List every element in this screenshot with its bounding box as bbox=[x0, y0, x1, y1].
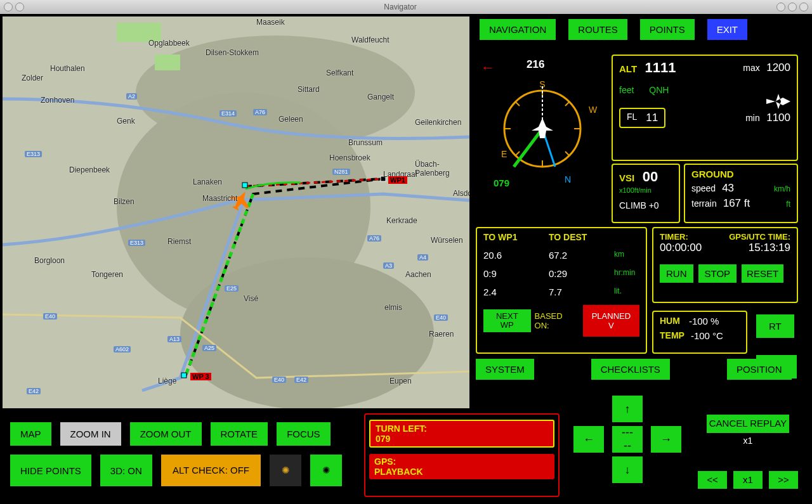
brightness-down-button[interactable]: ✺ bbox=[270, 455, 301, 486]
city-label: Selfkant bbox=[326, 68, 353, 77]
window-close-icon[interactable] bbox=[4, 3, 13, 11]
city-label: Eupen bbox=[390, 377, 412, 385]
wp-dist: 20.6 bbox=[483, 250, 549, 261]
city-label: Gangelt bbox=[367, 93, 394, 101]
timer-label: TIMER: bbox=[660, 232, 688, 242]
map-button[interactable]: MAP bbox=[10, 422, 51, 446]
road-label: A13 bbox=[167, 336, 181, 342]
road-label: A76 bbox=[367, 235, 381, 242]
rotate-button[interactable]: ROTATE bbox=[211, 422, 268, 446]
city-label: Sittard bbox=[298, 85, 320, 94]
position-button[interactable]: POSITION bbox=[727, 359, 792, 380]
window-title: Navigator bbox=[25, 3, 775, 11]
dest-time: 0:29 bbox=[549, 268, 614, 279]
replay-forward-button[interactable]: >> bbox=[769, 471, 798, 489]
city-label: Houthalen bbox=[50, 64, 85, 73]
vsi-unit: x100ft/min bbox=[619, 186, 672, 194]
city-label: Alsdorf bbox=[453, 189, 469, 198]
road-label: E40 bbox=[434, 314, 448, 321]
svg-text:W: W bbox=[589, 105, 598, 115]
svg-line-17 bbox=[565, 152, 570, 156]
map-view[interactable]: Maaseik Opglabbeek Dilsen-Stokkem Waldfe… bbox=[3, 16, 469, 408]
road-label: E42 bbox=[27, 388, 41, 394]
replay-play-button[interactable]: x1 bbox=[733, 471, 763, 489]
replay-panel: CANCEL REPLAY x1 << x1 >> bbox=[694, 415, 802, 489]
dest-fuel: 7.7 bbox=[549, 287, 614, 297]
stop-button[interactable]: STOP bbox=[698, 264, 737, 283]
navigation-button[interactable]: NAVIGATION bbox=[480, 19, 556, 40]
road-label: E313 bbox=[25, 151, 42, 157]
compass-panel: ← 216 S W N E 079 PH 2S7 bbox=[476, 55, 609, 219]
gps-warning: GPS:PLAYBACK bbox=[369, 454, 554, 479]
city-label: Maastricht bbox=[202, 194, 237, 203]
brightness-up-button[interactable]: ✺ bbox=[310, 455, 342, 486]
svg-rect-5 bbox=[155, 55, 180, 70]
reset-button[interactable]: RESET bbox=[742, 264, 783, 283]
points-button[interactable]: POINTS bbox=[640, 19, 695, 40]
hum-temp-panel: HUM -100 % TEMP -100 °C bbox=[652, 311, 747, 354]
svg-line-16 bbox=[515, 152, 520, 156]
waypoint-3-label: WP 3 bbox=[190, 373, 211, 380]
cancel-replay-button[interactable]: CANCEL REPLAY bbox=[707, 415, 789, 433]
city-label: Zonhoven bbox=[41, 96, 74, 105]
road-label: A602 bbox=[114, 346, 131, 352]
speed-unit: km/h bbox=[774, 184, 790, 193]
city-label: Aachen bbox=[405, 270, 431, 279]
city-label: Dilsen-Stokkem bbox=[206, 48, 259, 57]
svg-rect-8 bbox=[181, 373, 187, 378]
hide-points-button[interactable]: HIDE POINTS bbox=[10, 455, 91, 486]
3d-toggle-button[interactable]: 3D: ON bbox=[100, 455, 152, 486]
pan-up-button[interactable]: ↑ bbox=[612, 396, 643, 422]
pan-down-button[interactable]: ↓ bbox=[612, 456, 643, 483]
terrain-label: terrain bbox=[691, 198, 717, 209]
system-button[interactable]: SYSTEM bbox=[476, 359, 534, 380]
road-label: A76 bbox=[253, 109, 267, 115]
svg-point-3 bbox=[180, 257, 434, 408]
road-label: A4 bbox=[417, 254, 428, 261]
time-unit: hr:min bbox=[614, 268, 639, 279]
replay-rewind-button[interactable]: << bbox=[698, 471, 727, 489]
window-btn-1[interactable] bbox=[776, 3, 785, 11]
temp-label: TEMP bbox=[660, 330, 684, 341]
focus-button[interactable]: FOCUS bbox=[277, 422, 331, 446]
alt-check-button[interactable]: ALT CHECK: OFF bbox=[161, 455, 261, 486]
svg-rect-7 bbox=[242, 183, 247, 188]
planned-v-button[interactable]: PLANNED V bbox=[583, 305, 639, 337]
waypoint-1-label: WP1 bbox=[388, 176, 407, 184]
city-label: Tongeren bbox=[91, 270, 123, 279]
pan-center-button[interactable]: ----- bbox=[612, 426, 643, 453]
window-btn-2[interactable] bbox=[788, 3, 797, 11]
based-on-label: BASED ON: bbox=[535, 311, 579, 330]
city-label: Geleen bbox=[278, 115, 303, 124]
warnings-panel: TURN LEFT:079 GPS:PLAYBACK bbox=[364, 413, 560, 497]
terrain-value: 167 ft bbox=[723, 197, 750, 210]
run-button[interactable]: RUN bbox=[660, 264, 693, 283]
city-label: elmis bbox=[384, 303, 402, 312]
svg-text:E: E bbox=[501, 149, 507, 159]
routes-button[interactable]: ROUTES bbox=[568, 19, 627, 40]
dest-dist: 67.2 bbox=[549, 250, 614, 261]
altitude-tape-icon bbox=[764, 62, 793, 141]
exit-button[interactable]: EXIT bbox=[707, 19, 747, 40]
city-label: Visé bbox=[244, 294, 258, 303]
city-label: Riemst bbox=[167, 237, 191, 246]
checklists-button[interactable]: CHECKLISTS bbox=[591, 359, 670, 380]
city-label: Hoensbroek bbox=[329, 153, 370, 162]
window-btn-3[interactable] bbox=[799, 3, 808, 11]
nav-panel: TO WP1 TO DEST 20.6 67.2 km 0:9 0:29 hr:… bbox=[476, 227, 647, 354]
next-wp-button[interactable]: NEXT WP bbox=[483, 309, 531, 333]
svg-text:N: N bbox=[565, 174, 571, 184]
vsi-label: VSI bbox=[619, 172, 634, 183]
pan-right-button[interactable]: → bbox=[651, 426, 681, 453]
city-label: Zolder bbox=[22, 74, 43, 82]
city-label: Geilenkirchen bbox=[415, 118, 461, 127]
vsi-value: 00 bbox=[643, 169, 658, 184]
pan-left-button[interactable]: ← bbox=[573, 426, 604, 453]
road-label: A25 bbox=[202, 345, 216, 351]
rt-button[interactable]: RT bbox=[756, 314, 794, 338]
city-label: Maaseik bbox=[256, 18, 285, 27]
window-min-icon[interactable] bbox=[15, 3, 24, 11]
zoom-in-button[interactable]: ZOOM IN bbox=[60, 422, 121, 446]
compass-rose-icon: S W N E bbox=[482, 68, 603, 189]
zoom-out-button[interactable]: ZOOM OUT bbox=[130, 422, 202, 446]
